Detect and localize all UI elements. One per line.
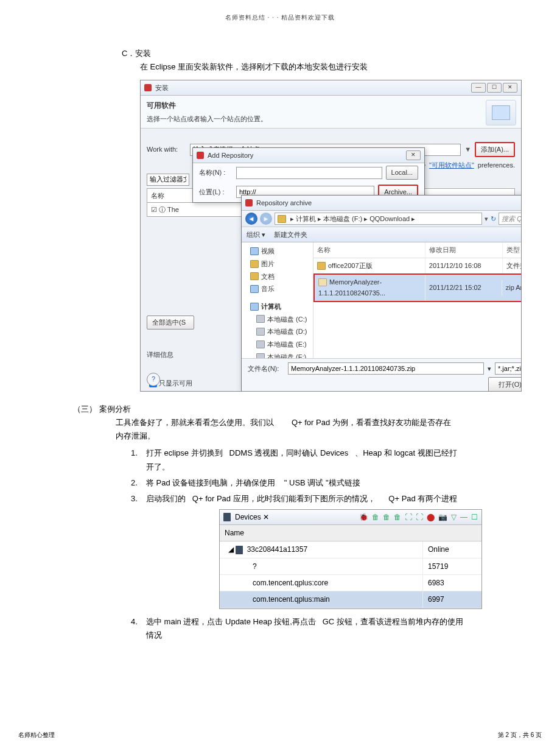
threads-icon2[interactable]: ⛶: [416, 511, 423, 523]
new-folder-button[interactable]: 新建文件夹: [274, 229, 307, 241]
repo-name-input[interactable]: [236, 167, 382, 179]
repo-name-label: 名称(N) :: [199, 167, 233, 178]
threads-icon[interactable]: ⛶: [405, 511, 412, 523]
footer-right: 第 2 页，共 6 页: [498, 730, 542, 740]
process-row[interactable]: ?15719: [220, 559, 481, 575]
select-all-button[interactable]: 全部选中(S: [147, 316, 194, 330]
add-repository-dialog: Add Repository ✕ 名称(N) : Local... 位置(L) …: [192, 147, 425, 202]
devices-header: Name: [220, 525, 481, 541]
col-name[interactable]: 名称: [313, 242, 425, 258]
add-repo-title: Add Repository: [208, 150, 253, 161]
col-type[interactable]: 类型: [503, 242, 522, 258]
folder-tree[interactable]: 视频图片文档音乐计算机本地磁盘 (C:)本地磁盘 (D:)本地磁盘 (E:)本地…: [242, 242, 313, 358]
s3-p1c: 内存泄漏。: [116, 429, 487, 443]
process-row[interactable]: com.tencent.qplus:main6997: [220, 591, 481, 608]
file-row[interactable]: MemoryAnalyzer-1.1.1.201108240735...2011…: [313, 273, 522, 302]
install-screenshot: 安装 — ☐ ✕ 可用软件 选择一个站点或者输入一个站点的位置。 Work wi…: [140, 80, 522, 392]
nav-back-button[interactable]: ◄: [245, 213, 257, 225]
heap-dump-icon[interactable]: 🗑: [383, 511, 390, 523]
organize-button[interactable]: 组织 ▾: [247, 229, 265, 241]
wizard-image: [486, 100, 516, 125]
available-software-heading: 可用软件: [147, 99, 515, 111]
tree-item[interactable]: 音乐: [245, 283, 309, 295]
available-sites-link[interactable]: "可用软件站点": [429, 160, 474, 171]
filter-input[interactable]: [147, 174, 189, 186]
tree-item[interactable]: 图片: [245, 258, 309, 270]
search-input[interactable]: 搜索 QQDownload🔍: [499, 213, 522, 225]
step-1: 1. 打开 eclipse 并切换到 DDMS 透视图，同时确认 Devices…: [131, 446, 487, 473]
close-button[interactable]: ✕: [503, 83, 517, 93]
devices-panel: Devices ✕ 🐞 🗑 🗑 🗑 ⛶ ⛶ ⬤ 📷 ▽ — ☐: [219, 509, 482, 609]
minimize-button[interactable]: —: [471, 83, 486, 93]
maximize-button[interactable]: ☐: [487, 83, 502, 93]
filename-input[interactable]: [288, 362, 484, 375]
tree-item[interactable]: 视频: [245, 245, 309, 258]
process-row[interactable]: com.tencent.qplus:core6983: [220, 575, 481, 591]
section-c-title: C．安装: [122, 47, 487, 60]
step-2: 2. 将 Pad 设备链接到电脑，并确保使用 " USB 调试 "模式链接: [131, 476, 487, 490]
tree-item[interactable]: 本地磁盘 (D:): [245, 325, 309, 338]
tree-item[interactable]: 本地磁盘 (E:): [245, 338, 309, 351]
add-site-button[interactable]: 添加(A)...: [475, 142, 515, 157]
archive-title: Repository archive: [256, 197, 312, 209]
open-button[interactable]: 打开(O) ▾: [488, 377, 522, 392]
tree-item[interactable]: 计算机: [245, 300, 309, 313]
section-3-title: （三） 案例分析: [73, 403, 487, 416]
repo-close-button[interactable]: ✕: [406, 150, 421, 160]
path-bar[interactable]: ▸计算机 ▸本地磁盘 (F:) ▸QQDownload▸: [275, 213, 482, 225]
window-icon: [144, 84, 152, 91]
section-c-desc: 在 Eclipse 里面安装新软件，选择刚才下载的本地安装包进行安装: [140, 60, 487, 74]
min-icon[interactable]: —: [460, 511, 467, 523]
filename-label: 文件名(N):: [248, 363, 284, 375]
s3-p1b: Q+ for Pad 为例，看看查找好友功能是否存在: [292, 418, 451, 427]
install-title: 安装: [155, 82, 169, 94]
folder-icon: [278, 215, 286, 223]
footer-left: 名师精心整理: [18, 730, 55, 740]
devices-tab[interactable]: Devices ✕: [235, 511, 269, 523]
archive-icon: [245, 199, 253, 206]
stop-icon[interactable]: ⬤: [427, 511, 435, 523]
install-titlebar: 安装 — ☐ ✕: [141, 80, 521, 96]
s3-p1a: 工具准备好了，那就来看看怎么使用。我们以: [116, 418, 274, 427]
local-button[interactable]: Local...: [386, 166, 418, 180]
col-date[interactable]: 修改日期: [425, 242, 503, 258]
table-col-name: 名称: [151, 192, 164, 199]
page-header: 名师资料总结 · · · 精品资料欢迎下载: [73, 12, 487, 23]
chk-group-items[interactable]: Group ite: [147, 389, 241, 392]
max-icon[interactable]: ☐: [471, 511, 478, 523]
heap-icon[interactable]: 🗑: [372, 511, 379, 523]
file-row[interactable]: office2007正版2011/12/10 16:08文件夹: [313, 258, 522, 273]
repo-icon: [197, 152, 204, 159]
gc-icon[interactable]: 🗑: [394, 511, 401, 523]
install-subtext: 选择一个站点或者输入一个站点的位置。: [147, 113, 515, 125]
chk-show-available[interactable]: 只显示可用: [147, 378, 241, 390]
device-icon: [223, 513, 231, 521]
debug-icon[interactable]: 🐞: [359, 511, 368, 523]
menu-icon[interactable]: ▽: [451, 511, 457, 523]
devices-toolbar[interactable]: 🐞 🗑 🗑 🗑 ⛶ ⛶ ⬤ 📷 ▽ — ☐: [359, 511, 478, 523]
device-row[interactable]: ◢ 33c208441a11357 Online: [220, 541, 481, 558]
tree-item[interactable]: 文档: [245, 270, 309, 283]
step-3: 3. 启动我们的 Q+ for Pad 应用，此时我们能看到下图所示的情况， Q…: [131, 492, 487, 609]
tree-item[interactable]: 本地磁盘 (C:): [245, 313, 309, 326]
archive-dialog: Repository archive ✕ ◄ ► ▸计算机 ▸本地磁盘 (F:)…: [241, 195, 522, 391]
repo-loc-label: 位置(L) :: [199, 186, 233, 198]
pref-hint-suffix: preferences.: [478, 160, 515, 171]
tree-item[interactable]: 本地磁盘 (F:): [245, 351, 309, 359]
work-with-label: Work with:: [147, 144, 186, 155]
step-4: 4. 选中 main 进程，点击 Update Heap 按钮,再点击 GC 按…: [131, 615, 487, 642]
filter-combo[interactable]: [495, 362, 522, 375]
screenshot-icon[interactable]: 📷: [438, 511, 447, 523]
nav-forward-button[interactable]: ►: [260, 213, 272, 225]
details-label: 详细信息: [147, 349, 241, 361]
